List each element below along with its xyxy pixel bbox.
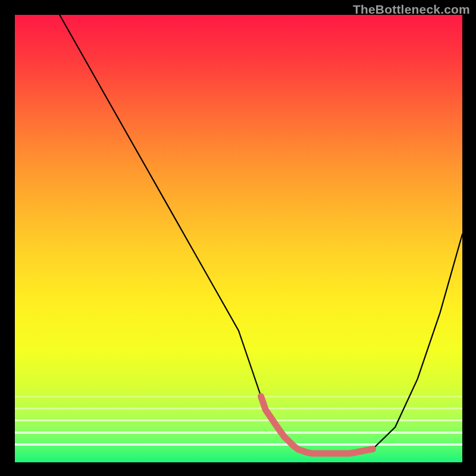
bottleneck-curve	[60, 15, 462, 453]
chart-svg	[15, 15, 462, 462]
sweet-spot-highlight	[261, 396, 373, 453]
plot-area	[15, 15, 462, 462]
